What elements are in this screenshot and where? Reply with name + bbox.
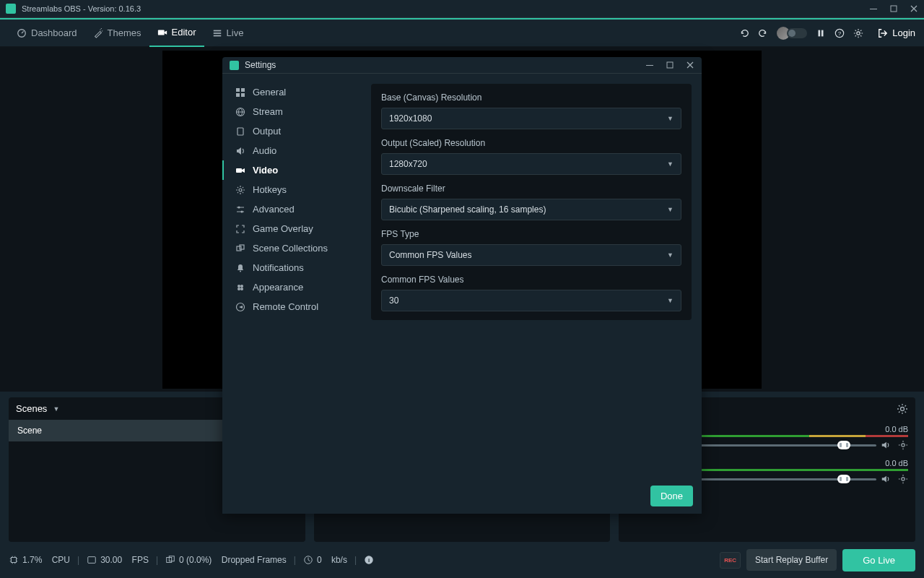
toolbar: Dashboard Themes Editor Live ? Login [0, 20, 924, 47]
bell-icon [235, 263, 245, 273]
svg-text:?: ? [838, 30, 842, 36]
tab-themes[interactable]: Themes [85, 20, 149, 47]
sidebar-item-appearance[interactable]: Appearance [222, 277, 361, 297]
svg-rect-16 [88, 557, 96, 564]
chevron-down-icon: ▼ [667, 251, 674, 259]
close-icon[interactable] [910, 4, 918, 13]
tab-label: Dashboard [31, 27, 77, 38]
tab-label: Themes [108, 27, 141, 38]
tab-editor[interactable]: Editor [149, 20, 204, 47]
grid-icon [235, 87, 245, 98]
svg-point-11 [857, 31, 860, 34]
scenes-title: Scenes [16, 403, 47, 414]
help-icon[interactable]: ? [834, 28, 845, 38]
svg-rect-30 [236, 168, 242, 173]
sidebar-item-general[interactable]: General [222, 82, 361, 102]
chevron-down-icon: ▼ [667, 115, 674, 122]
field-label: Output (Scaled) Resolution [381, 138, 681, 148]
sidebar-item-audio[interactable]: Audio [222, 141, 361, 160]
field-label: Base (Canvas) Resolution [381, 92, 681, 103]
gear-icon[interactable] [853, 28, 863, 38]
base-resolution-select[interactable]: 1920x1080▼ [381, 108, 681, 129]
output-resolution-select[interactable]: 1280x720▼ [381, 153, 681, 175]
undo-icon[interactable] [739, 28, 749, 38]
minimize-icon[interactable] [869, 4, 878, 13]
sidebar-item-scene-collections[interactable]: Scene Collections [222, 238, 361, 258]
svg-point-37 [237, 285, 240, 288]
sidebar-item-notifications[interactable]: Notifications [222, 258, 361, 277]
camera-icon [157, 27, 167, 38]
svg-rect-25 [241, 88, 245, 92]
gear-icon[interactable] [898, 474, 908, 484]
chevron-down-icon: ▼ [53, 405, 59, 413]
appearance-icon [235, 282, 245, 293]
titlebar: Streamlabs OBS - Version: 0.16.3 [0, 0, 924, 18]
maximize-icon[interactable] [666, 61, 674, 69]
go-live-button[interactable]: Go Live [842, 549, 915, 571]
svg-rect-5 [213, 33, 221, 34]
settings-sidebar: General Stream Output Audio Video Hotkey… [222, 74, 361, 481]
sidebar-item-hotkeys[interactable]: Hotkeys [222, 180, 361, 199]
list-icon [212, 28, 222, 38]
svg-rect-7 [819, 30, 821, 36]
sidebar-item-output[interactable]: Output [222, 121, 361, 141]
svg-rect-24 [236, 88, 240, 92]
pause-icon[interactable] [816, 28, 826, 38]
svg-rect-6 [213, 35, 221, 36]
maximize-icon[interactable] [889, 4, 898, 13]
user-toggle[interactable] [777, 27, 807, 40]
statusbar: 1.7% CPU | 30.00 FPS | 0 (0.0%) Dropped … [0, 542, 924, 578]
redo-icon[interactable] [758, 28, 768, 38]
status-dropped: 0 (0.0%) Dropped Frames [165, 555, 287, 565]
status-bitrate: 0 kb/s [303, 555, 347, 565]
fps-type-select[interactable]: Common FPS Values▼ [381, 244, 681, 266]
svg-point-38 [240, 285, 243, 288]
sliders-icon [235, 204, 245, 215]
sidebar-item-video[interactable]: Video [222, 160, 361, 180]
tab-live[interactable]: Live [204, 20, 252, 47]
svg-point-13 [902, 444, 905, 447]
sidebar-item-stream[interactable]: Stream [222, 102, 361, 121]
svg-rect-29 [237, 128, 243, 135]
video-icon [235, 165, 245, 176]
expand-icon [235, 224, 245, 234]
sidebar-item-game-overlay[interactable]: Game Overlay [222, 219, 361, 238]
svg-rect-22 [646, 65, 653, 66]
done-button[interactable]: Done [650, 486, 693, 506]
gear-icon[interactable] [898, 440, 908, 450]
sidebar-item-advanced[interactable]: Advanced [222, 199, 361, 219]
gear-icon [235, 185, 245, 195]
chevron-down-icon: ▼ [667, 297, 674, 304]
info-icon[interactable]: i [364, 555, 374, 565]
replay-buffer-button[interactable]: Start Replay Buffer [746, 549, 837, 571]
svg-point-12 [901, 407, 905, 411]
svg-point-33 [241, 210, 243, 212]
svg-rect-26 [236, 93, 240, 97]
record-button[interactable]: REC [720, 552, 741, 569]
svg-rect-34 [237, 246, 241, 251]
common-fps-select[interactable]: 30▼ [381, 290, 681, 311]
tab-dashboard[interactable]: Dashboard [9, 20, 85, 47]
sidebar-item-remote-control[interactable]: Remote Control [222, 297, 361, 316]
output-icon [235, 126, 245, 137]
close-icon[interactable] [686, 61, 694, 69]
status-cpu: 1.7% CPU [9, 555, 70, 565]
logout-icon [878, 28, 888, 38]
app-title: Streamlabs OBS - Version: 0.16.3 [22, 4, 869, 13]
downscale-filter-select[interactable]: Bicubic (Sharpened scaling, 16 samples)▼ [381, 199, 681, 220]
svg-rect-0 [870, 9, 877, 9]
minimize-icon[interactable] [645, 61, 654, 69]
login-button[interactable]: Login [872, 27, 915, 38]
gear-icon[interactable] [897, 403, 908, 415]
svg-rect-4 [213, 30, 221, 31]
svg-rect-1 [891, 6, 897, 12]
dashboard-icon [17, 28, 27, 38]
svg-point-36 [240, 270, 241, 272]
chevron-down-icon: ▼ [667, 206, 674, 213]
svg-rect-35 [240, 245, 244, 249]
svg-point-14 [902, 478, 905, 480]
speaker-icon[interactable] [881, 440, 891, 450]
speaker-icon[interactable] [881, 474, 891, 484]
field-label: Common FPS Values [381, 275, 681, 285]
status-fps: 30.00 FPS [87, 555, 149, 565]
